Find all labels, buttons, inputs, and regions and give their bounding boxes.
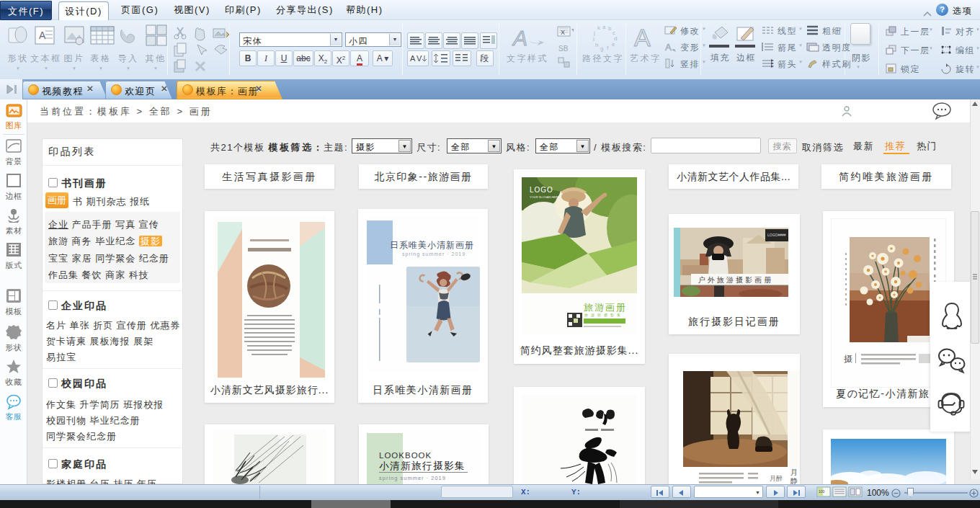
svg-text:LOGO: LOGO [530,186,553,194]
svg-text:YOUR SLOGAN HERE: YOUR SLOGAN HERE [530,195,560,199]
svg-text:A: A [39,30,46,41]
svg-text:月: 月 [790,468,798,476]
svg-text:j: j [593,30,595,36]
svg-text:X: X [561,29,565,36]
svg-text:静: 静 [790,477,798,484]
svg-text:摄: 摄 [843,354,852,364]
svg-text:旅游轻摄影集: 旅游轻摄影集 [584,313,623,318]
svg-text:日系唯美小清新画册: 日系唯美小清新画册 [390,240,474,250]
svg-text:b: b [608,25,612,32]
svg-text:i: i [593,36,594,43]
svg-text:户外旅游摄影画册: 户外旅游摄影画册 [698,276,773,284]
svg-text:a: a [602,24,606,30]
svg-text:A: A [634,24,651,51]
svg-text:旅游画册: 旅游画册 [584,302,627,313]
svg-text:▼: ▼ [571,27,574,32]
svg-text:spring summer · 2019: spring summer · 2019 [379,475,446,481]
svg-text:A: A [665,42,672,53]
svg-text:LOOKBOOK: LOOKBOOK [379,451,432,460]
svg-text:LOGO####: LOGO#### [767,233,786,237]
svg-text:V: V [416,54,422,63]
svg-text:g: g [600,45,603,52]
svg-text:月醉: 月醉 [770,475,783,482]
svg-text:h: h [595,42,598,48]
svg-text:A: A [410,54,416,63]
svg-text:A: A [512,26,527,50]
svg-text:小清新旅行摄影集: 小清新旅行摄影集 [379,460,466,471]
svg-text:e: e [612,41,615,48]
svg-text:k: k [597,24,601,31]
svg-text:f: f [607,45,609,51]
svg-text:SB: SB [558,45,569,53]
svg-text:100: 100 [819,489,825,494]
svg-text:spring summer · 2019: spring summer · 2019 [402,251,466,257]
